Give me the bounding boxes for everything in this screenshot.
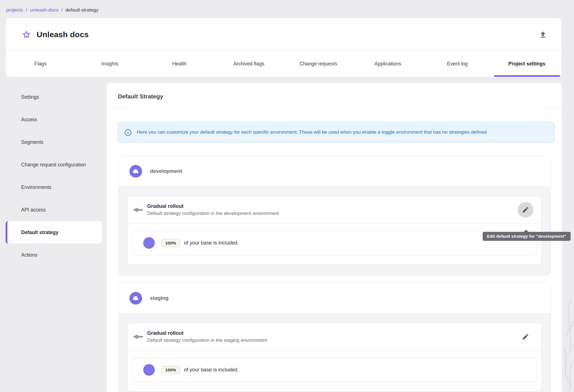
- project-header-card: Unleash docs Flags Insights Health Archi…: [6, 18, 562, 77]
- edit-strategy-tooltip: Edit default strategy for "development": [483, 232, 571, 241]
- environment-name: development: [150, 168, 182, 174]
- strategy-titles: Gradual rollout Default strategy configu…: [147, 330, 267, 343]
- sidebar-item-environments[interactable]: Environments: [6, 176, 102, 199]
- export-button[interactable]: [537, 29, 549, 40]
- tab-project-settings[interactable]: Project settings: [492, 51, 562, 77]
- info-alert: Here you can customize your default stra…: [118, 122, 555, 142]
- rollout-summary: 100% of your base is included.: [133, 358, 537, 382]
- project-title-row: Unleash docs: [6, 18, 562, 50]
- breadcrumb-separator: /: [26, 7, 27, 13]
- rollout-summary: 100% of your base is included.: [133, 231, 537, 255]
- rollout-circle-icon: [143, 364, 155, 376]
- info-alert-text: Here you can customize your default stra…: [137, 128, 487, 136]
- tab-event-log[interactable]: Event log: [423, 51, 492, 77]
- breadcrumb-project[interactable]: unleash-docs: [30, 7, 58, 13]
- environment-header: staging: [119, 283, 551, 313]
- project-tabs: Flags Insights Health Archived flags Cha…: [6, 50, 562, 77]
- environment-body: Gradual rollout Default strategy configu…: [119, 313, 551, 392]
- sidebar-item-api-access[interactable]: API access: [6, 199, 102, 221]
- environment-header: development: [119, 156, 551, 186]
- sidebar-item-segments[interactable]: Segments: [6, 131, 102, 153]
- breadcrumb-projects[interactable]: projects: [6, 7, 23, 13]
- rollout-percentage-badge: 100%: [161, 239, 180, 247]
- panel-heading: Default Strategy: [107, 83, 562, 109]
- environment-badge: [129, 292, 142, 305]
- strategy-description: Default strategy configuration in the de…: [147, 211, 279, 216]
- tab-change-requests[interactable]: Change requests: [284, 51, 353, 77]
- star-icon: [22, 30, 31, 39]
- page-title: Unleash docs: [37, 30, 89, 39]
- cloud-icon: [132, 168, 139, 175]
- edit-strategy-button-development[interactable]: [518, 202, 533, 218]
- rollout-circle-icon: [143, 237, 155, 249]
- environment-badge: [129, 165, 142, 178]
- environment-card-staging: staging Gradual rollout: [118, 283, 551, 392]
- sidebar-item-default-strategy[interactable]: Default strategy: [6, 221, 102, 244]
- edit-strategy-button-staging[interactable]: [518, 329, 533, 345]
- strategy-title: Gradual rollout: [147, 203, 279, 209]
- sidebar-item-settings[interactable]: Settings: [6, 86, 102, 108]
- strategy-titles: Gradual rollout Default strategy configu…: [147, 203, 279, 216]
- sidebar-item-change-request-configuration[interactable]: Change request configuration: [6, 153, 102, 176]
- pencil-icon: [522, 333, 529, 340]
- rollout-description: of your base is included.: [184, 367, 239, 373]
- environment-body: Gradual rollout Default strategy configu…: [119, 186, 551, 275]
- strategy-header: Gradual rollout Default strategy configu…: [127, 196, 541, 223]
- environment-card-development: development Gradual rollo: [118, 156, 551, 276]
- rollout-description: of your base is included.: [184, 240, 239, 246]
- breadcrumb-current: default-strategy: [65, 7, 98, 13]
- tab-archived-flags[interactable]: Archived flags: [214, 51, 284, 77]
- gradual-rollout-icon: [133, 207, 144, 213]
- tab-flags[interactable]: Flags: [6, 51, 75, 77]
- strategy-description: Default strategy configuration in the st…: [147, 338, 267, 343]
- strategy-item: Gradual rollout Default strategy configu…: [127, 196, 542, 265]
- sidebar-item-access[interactable]: Access: [6, 108, 102, 131]
- breadcrumb: projects / unleash-docs / default-strate…: [0, 0, 574, 18]
- tab-health[interactable]: Health: [145, 51, 214, 77]
- strategy-title: Gradual rollout: [147, 330, 267, 336]
- tab-applications[interactable]: Applications: [353, 51, 423, 77]
- favorite-button[interactable]: [21, 30, 32, 40]
- cloud-icon: [132, 295, 139, 302]
- pencil-icon: [522, 206, 529, 213]
- info-icon: [124, 129, 132, 136]
- rollout-section: 100% of your base is included.: [127, 351, 541, 391]
- environment-name: staging: [150, 295, 169, 301]
- tab-insights[interactable]: Insights: [75, 51, 145, 77]
- settings-sidebar: Settings Access Segments Change request …: [6, 83, 102, 266]
- strategy-header: Gradual rollout Default strategy configu…: [127, 323, 541, 350]
- rollout-percentage-badge: 100%: [161, 366, 180, 374]
- breadcrumb-separator: /: [61, 7, 63, 13]
- gradual-rollout-icon: [133, 334, 144, 340]
- upload-icon: [539, 30, 547, 39]
- sidebar-item-actions[interactable]: Actions: [6, 244, 102, 266]
- rollout-section: 100% of your base is included.: [127, 224, 541, 264]
- page: projects / unleash-docs / default-strate…: [0, 0, 574, 392]
- strategy-item: Gradual rollout Default strategy configu…: [127, 323, 542, 391]
